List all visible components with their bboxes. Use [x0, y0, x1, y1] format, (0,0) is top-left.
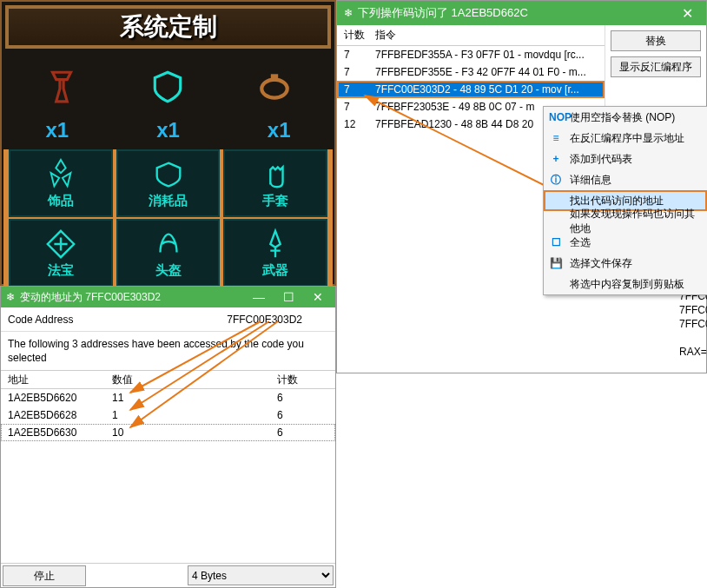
context-menu: NOP使用空指令替换 (NOP)≡在反汇编程序中显示地址+添加到代码表ⓘ详细信息…: [543, 106, 707, 295]
svg-point-0: [261, 80, 287, 98]
opcode-row[interactable]: 77FFBFEDF355A - F3 0F7F 01 - movdqu [rc.…: [337, 46, 605, 63]
ctx-item[interactable]: ☐全选: [544, 232, 707, 253]
game-header: 系统定制: [5, 5, 331, 49]
app-icon: ❄: [6, 291, 15, 303]
count-3: x1: [268, 118, 291, 142]
opcode-titlebar[interactable]: ❄ 下列操作码访问了 1A2EB5D662C ✕: [337, 1, 706, 25]
close-icon[interactable]: ✕: [675, 5, 699, 22]
item-icons-row: [2, 52, 334, 113]
ctx-item[interactable]: +添加到代码表: [544, 149, 707, 169]
addr-row[interactable]: 1A2EB5D662816: [1, 406, 335, 424]
addr-header: 地址 数值 计数: [1, 370, 335, 389]
maximize-icon[interactable]: ☐: [276, 290, 301, 304]
slot-gloves[interactable]: 手套: [223, 149, 327, 217]
show-disasm-button[interactable]: 显示反汇编程序: [611, 56, 701, 77]
slot-consumable[interactable]: 消耗品: [116, 149, 221, 217]
opcode-header: 计数 指令: [337, 25, 605, 46]
replace-button[interactable]: 替换: [611, 30, 701, 51]
addr-row[interactable]: 1A2EB5D6620116: [1, 389, 335, 406]
ctx-item[interactable]: 将选中内容复制到剪贴板: [544, 274, 707, 294]
slot-treasure[interactable]: 法宝: [9, 219, 113, 287]
slot-accessory[interactable]: 饰品: [9, 149, 113, 217]
addr-rows[interactable]: 1A2EB5D66201161A2EB5D6628161A2EB5D663010…: [1, 389, 335, 441]
changed-addr-title: 变动的地址为 7FFC00E303D2: [20, 290, 241, 305]
ctx-item[interactable]: NOP使用空指令替换 (NOP): [544, 107, 707, 128]
ctx-item[interactable]: ⓘ详细信息: [544, 169, 707, 190]
stop-button-chwin[interactable]: 停止: [3, 565, 86, 586]
count-1: x1: [45, 118, 69, 142]
item-pendant-icon: [36, 61, 88, 113]
opcode-row[interactable]: 77FFBFEDF355E - F3 42 0F7F 44 01 F0 - m.…: [337, 63, 605, 81]
changed-addr-titlebar[interactable]: ❄ 变动的地址为 7FFC00E303D2 — ☐ ✕: [1, 287, 335, 307]
slot-helmet[interactable]: 头盔: [116, 219, 221, 287]
game-panel: 系统定制 x1 x1 x1 饰品 法宝 消耗品 头盔 手套 武器: [0, 0, 336, 286]
opcode-title: 下列操作码访问了 1A2EB5D662C: [358, 5, 670, 21]
slot-weapon[interactable]: 武器: [223, 219, 327, 287]
item-shield-icon: [142, 61, 194, 113]
count-2: x1: [156, 118, 180, 142]
ctx-item[interactable]: 💾选择文件保存: [544, 253, 707, 274]
info-message: The following 3 addresses have been acce…: [1, 332, 335, 370]
code-address-row: Code Address 7FFC00E303D2: [1, 307, 335, 332]
game-title: 系统定制: [120, 10, 217, 43]
opcode-row[interactable]: 77FFC00E303D2 - 48 89 5C D1 20 - mov [r.…: [337, 81, 605, 98]
changed-addr-footer: 停止 4 Bytes: [1, 563, 335, 587]
app-icon: ❄: [344, 7, 353, 19]
changed-addr-window: ❄ 变动的地址为 7FFC00E303D2 — ☐ ✕ Code Address…: [0, 286, 336, 588]
close-icon[interactable]: ✕: [306, 290, 330, 304]
code-address-value: 7FFC00E303D2: [103, 314, 328, 326]
ctx-item[interactable]: 如果发现现操作码也访问其他地: [544, 211, 707, 232]
minimize-icon[interactable]: —: [247, 290, 271, 304]
item-ring-icon: [248, 61, 301, 113]
item-counts-row: x1 x1 x1: [2, 113, 334, 149]
addr-row[interactable]: 1A2EB5D6630106: [1, 424, 335, 441]
code-address-label: Code Address: [8, 314, 103, 326]
type-select[interactable]: 4 Bytes: [188, 565, 334, 585]
ctx-item[interactable]: ≡在反汇编程序中显示地址: [544, 128, 707, 149]
svg-rect-1: [271, 74, 278, 81]
equipment-grid: 饰品 法宝 消耗品 头盔 手套 武器: [3, 149, 333, 292]
